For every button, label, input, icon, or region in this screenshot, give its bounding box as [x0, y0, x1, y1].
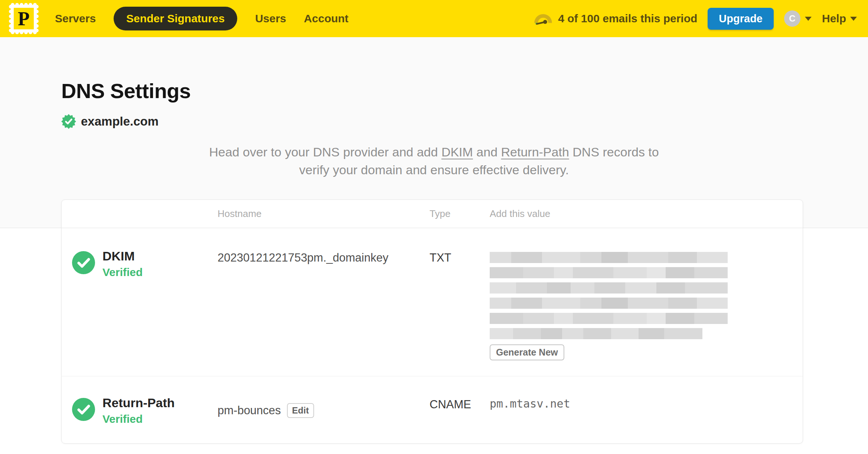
- record-cell: Return-Path Verified: [62, 396, 218, 425]
- status-badge: Verified: [102, 413, 175, 425]
- upgrade-button[interactable]: Upgrade: [708, 8, 774, 30]
- table-header-row: Hostname Type Add this value: [62, 200, 803, 228]
- redacted-line: [490, 252, 728, 263]
- domain-row: example.com: [61, 114, 868, 129]
- table-row-dkim: DKIM Verified 20230121221753pm._domainke…: [62, 228, 803, 376]
- navbar-right: 4 of 100 emails this period Upgrade C He…: [533, 8, 857, 30]
- logo-letter: P: [18, 8, 30, 29]
- type-cell: TXT: [430, 251, 490, 360]
- value-column-header: Add this value: [490, 208, 803, 220]
- nav-item-servers[interactable]: Servers: [55, 12, 96, 25]
- verified-seal-icon: [61, 114, 76, 129]
- hostname-column-header: Hostname: [218, 208, 430, 220]
- redacted-dkim-value: [490, 252, 728, 339]
- hostname-value: pm-bounces: [218, 404, 281, 417]
- instructions-part: and: [473, 145, 501, 159]
- hostname-cell: pm-bounces Edit: [218, 396, 430, 425]
- top-navbar: P Servers Sender Signatures Users Accoun…: [0, 0, 868, 37]
- instructions-part: Head over to your DNS provider and add: [209, 145, 441, 159]
- nav-item-account[interactable]: Account: [304, 12, 349, 25]
- usage-text: 4 of 100 emails this period: [558, 12, 697, 25]
- gauge-icon: [533, 11, 553, 26]
- status-badge: Verified: [102, 266, 143, 279]
- domain-name: example.com: [81, 114, 159, 129]
- chevron-down-icon: [850, 17, 857, 21]
- return-path-link[interactable]: Return-Path: [501, 145, 569, 159]
- page-title: DNS Settings: [61, 79, 868, 103]
- chevron-down-icon: [805, 17, 812, 21]
- help-menu[interactable]: Help: [822, 12, 857, 25]
- verified-check-icon: [72, 398, 95, 421]
- account-menu[interactable]: C: [784, 10, 812, 27]
- value-cell: Generate New: [490, 249, 803, 360]
- primary-nav: Servers Sender Signatures Users Account: [55, 7, 349, 30]
- dns-records-card: Hostname Type Add this value DKIM Verifi…: [61, 200, 803, 444]
- generate-new-button[interactable]: Generate New: [490, 344, 564, 360]
- table-row-return-path: Return-Path Verified pm-bounces Edit CNA…: [62, 376, 803, 443]
- value-cell: pm.mtasv.net: [490, 397, 803, 425]
- redacted-line: [490, 282, 728, 294]
- dkim-link[interactable]: DKIM: [441, 145, 473, 159]
- record-name: DKIM: [102, 249, 143, 263]
- redacted-line: [490, 267, 728, 278]
- instructions-text: Head over to your DNS provider and add D…: [202, 143, 666, 179]
- redacted-line: [490, 328, 702, 339]
- type-cell: CNAME: [430, 398, 490, 425]
- avatar-initial: C: [789, 13, 795, 24]
- record-name: Return-Path: [102, 396, 175, 410]
- nav-item-users[interactable]: Users: [255, 12, 286, 25]
- postmark-logo-icon[interactable]: P: [9, 3, 39, 34]
- record-cell: DKIM Verified: [62, 249, 218, 360]
- help-label: Help: [822, 12, 846, 25]
- nav-item-sender-signatures[interactable]: Sender Signatures: [114, 7, 237, 30]
- edit-button[interactable]: Edit: [287, 403, 314, 418]
- verified-check-icon: [72, 251, 95, 274]
- hostname-cell: 20230121221753pm._domainkey: [218, 251, 430, 360]
- usage-meter[interactable]: 4 of 100 emails this period: [533, 11, 697, 26]
- type-column-header: Type: [430, 208, 490, 220]
- redacted-line: [490, 313, 728, 324]
- redacted-line: [490, 298, 728, 309]
- avatar[interactable]: C: [784, 10, 800, 27]
